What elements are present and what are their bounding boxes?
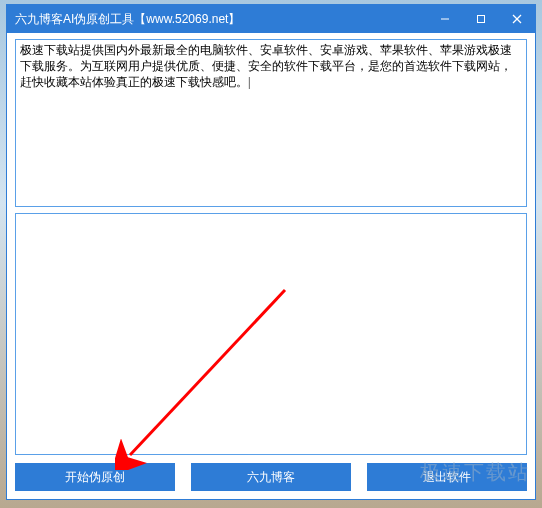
titlebar: 六九博客AI伪原创工具【www.52069.net】 xyxy=(7,5,535,33)
close-button[interactable] xyxy=(499,5,535,33)
minimize-icon xyxy=(440,14,450,24)
close-icon xyxy=(512,14,522,24)
input-textarea[interactable] xyxy=(15,39,527,207)
app-window: 六九博客AI伪原创工具【www.52069.net】 开始伪原创 六九博客 退出… xyxy=(6,4,536,500)
exit-button[interactable]: 退出软件 xyxy=(367,463,527,491)
start-button[interactable]: 开始伪原创 xyxy=(15,463,175,491)
maximize-button[interactable] xyxy=(463,5,499,33)
content-area: 开始伪原创 六九博客 退出软件 xyxy=(7,33,535,499)
svg-rect-1 xyxy=(478,16,485,23)
titlebar-buttons xyxy=(427,5,535,33)
output-textarea[interactable] xyxy=(15,213,527,455)
button-row: 开始伪原创 六九博客 退出软件 xyxy=(15,461,527,491)
minimize-button[interactable] xyxy=(427,5,463,33)
window-title: 六九博客AI伪原创工具【www.52069.net】 xyxy=(15,11,427,28)
blog-button[interactable]: 六九博客 xyxy=(191,463,351,491)
maximize-icon xyxy=(476,14,486,24)
